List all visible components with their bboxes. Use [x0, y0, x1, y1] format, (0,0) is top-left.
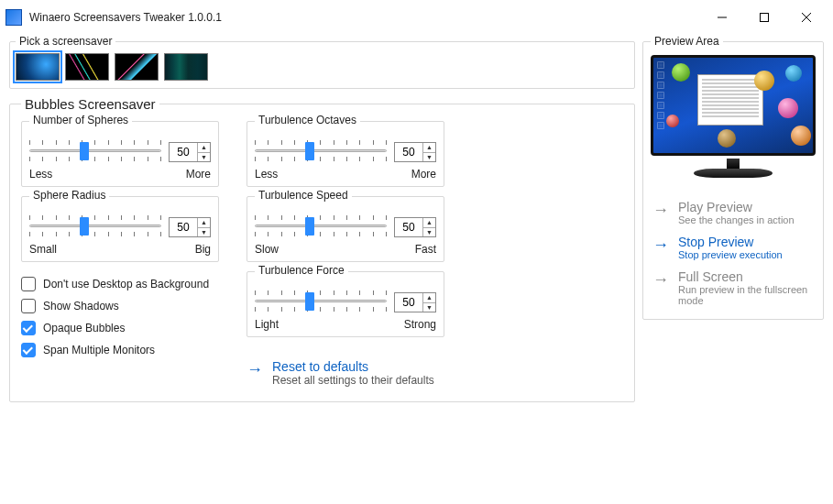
reset-defaults-link[interactable]: → Reset to defaults Reset all settings t… — [247, 359, 444, 387]
full-screen-link[interactable]: → Full Screen Run preview in the fullscr… — [651, 260, 816, 306]
titlebar: Winaero Screensavers Tweaker 1.0.0.1 — [0, 0, 833, 35]
slider-label: Turbulence Speed — [255, 189, 352, 202]
stop-preview-link[interactable]: → Stop Preview Stop preview execution — [651, 225, 816, 260]
spin-force[interactable]: ▲▼ — [394, 292, 436, 312]
picker-legend: Pick a screensaver — [16, 35, 115, 48]
window-controls — [701, 3, 828, 32]
slider-thumb[interactable] — [305, 292, 314, 311]
action-title: Play Preview — [678, 200, 795, 214]
thumb-ribbons[interactable] — [65, 53, 109, 81]
slider-max: Big — [195, 243, 211, 256]
check-label: Span Multiple Monitors — [43, 344, 155, 356]
checkbox-icon — [21, 299, 36, 313]
spin-radius[interactable]: ▲▼ — [169, 217, 211, 237]
preview-legend: Preview Area — [651, 35, 723, 48]
checkbox-icon — [21, 277, 36, 291]
spin-up-icon[interactable]: ▲ — [198, 218, 210, 228]
arrow-right-icon: → — [652, 202, 669, 218]
spin-down-icon[interactable]: ▼ — [423, 303, 435, 312]
spin-input[interactable] — [170, 218, 197, 236]
slider-thumb[interactable] — [305, 217, 314, 236]
spin-down-icon[interactable]: ▼ — [198, 153, 210, 162]
spin-down-icon[interactable]: ▼ — [198, 228, 210, 237]
arrow-right-icon: → — [652, 236, 669, 253]
slider-thumb[interactable] — [305, 142, 314, 160]
spin-up-icon[interactable]: ▲ — [423, 218, 435, 228]
thumb-bubbles[interactable] — [16, 53, 60, 81]
reset-title: Reset to defaults — [272, 359, 434, 374]
check-label: Don't use Desktop as Background — [43, 278, 209, 290]
slider-track-speed[interactable] — [255, 214, 387, 241]
thumb-aurora[interactable] — [164, 53, 208, 81]
settings-group: Bubbles Screensaver Number of Spheres — [9, 96, 635, 402]
spin-spheres[interactable]: ▲▼ — [169, 142, 211, 162]
check-span-monitors[interactable]: Span Multiple Monitors — [21, 343, 219, 357]
slider-label: Number of Spheres — [29, 114, 132, 126]
check-no-desktop-bg[interactable]: Don't use Desktop as Background — [21, 277, 219, 291]
spin-input[interactable] — [395, 143, 422, 161]
slider-turbulence-force: Turbulence Force ▲▼ — [247, 271, 444, 337]
close-button[interactable] — [785, 3, 828, 32]
slider-turbulence-octaves: Turbulence Octaves ▲▼ — [247, 121, 444, 187]
preview-monitor — [651, 55, 816, 183]
spin-input[interactable] — [170, 143, 197, 161]
slider-label: Turbulence Force — [255, 264, 348, 277]
spin-octaves[interactable]: ▲▼ — [394, 142, 436, 162]
slider-label: Turbulence Octaves — [255, 114, 360, 126]
slider-track-radius[interactable] — [29, 214, 161, 241]
preview-area: Preview Area → Play Preview See the chan… — [642, 35, 824, 320]
action-desc: Stop preview execution — [678, 249, 783, 260]
arrow-right-icon: → — [247, 361, 263, 378]
spin-input[interactable] — [395, 218, 422, 236]
check-label: Show Shadows — [43, 300, 119, 312]
settings-legend: Bubbles Screensaver — [21, 96, 159, 112]
window-title: Winaero Screensavers Tweaker 1.0.0.1 — [29, 11, 222, 24]
preview-screen — [651, 55, 816, 156]
screensaver-picker: Pick a screensaver — [9, 35, 635, 89]
arrow-right-icon: → — [652, 271, 669, 288]
slider-max: Strong — [404, 318, 436, 331]
slider-min: Less — [255, 168, 278, 181]
slider-thumb[interactable] — [80, 142, 89, 160]
minimize-button[interactable] — [701, 3, 743, 32]
spin-up-icon[interactable]: ▲ — [423, 143, 435, 153]
slider-min: Light — [255, 318, 279, 331]
slider-turbulence-speed: Turbulence Speed ▲▼ — [247, 196, 444, 262]
spin-up-icon[interactable]: ▲ — [198, 143, 210, 153]
slider-track-octaves[interactable] — [255, 138, 387, 166]
spin-up-icon[interactable]: ▲ — [423, 293, 435, 303]
slider-min: Small — [29, 243, 57, 256]
slider-sphere-radius: Sphere Radius ▲▼ — [21, 196, 219, 262]
checkbox-icon — [21, 343, 36, 357]
slider-min: Slow — [255, 243, 279, 256]
slider-min: Less — [29, 168, 52, 181]
play-preview-link[interactable]: → Play Preview See the changes in action — [651, 191, 816, 225]
maximize-button[interactable] — [743, 3, 785, 32]
slider-max: More — [186, 168, 211, 181]
action-title: Stop Preview — [678, 235, 783, 249]
thumb-mystify[interactable] — [115, 53, 159, 81]
spin-speed[interactable]: ▲▼ — [394, 217, 436, 237]
slider-number-of-spheres: Number of Spheres ▲▼ — [21, 121, 219, 187]
slider-track-spheres[interactable] — [29, 138, 161, 166]
action-desc: Run preview in the fullscreen mode — [678, 284, 814, 306]
slider-max: More — [411, 168, 436, 181]
action-desc: See the changes in action — [678, 214, 795, 225]
check-show-shadows[interactable]: Show Shadows — [21, 299, 219, 313]
check-opaque-bubbles[interactable]: Opaque Bubbles — [21, 321, 219, 335]
spin-input[interactable] — [395, 293, 422, 312]
checkbox-icon — [21, 321, 36, 335]
slider-track-force[interactable] — [255, 289, 387, 316]
app-icon — [5, 9, 22, 26]
slider-thumb[interactable] — [80, 217, 89, 236]
svg-rect-1 — [761, 14, 769, 22]
spin-down-icon[interactable]: ▼ — [423, 228, 435, 237]
slider-max: Fast — [415, 243, 436, 256]
spin-down-icon[interactable]: ▼ — [423, 153, 435, 162]
check-label: Opaque Bubbles — [43, 322, 125, 334]
slider-label: Sphere Radius — [29, 189, 109, 202]
action-title: Full Screen — [678, 269, 814, 284]
reset-desc: Reset all settings to their defaults — [272, 374, 434, 387]
